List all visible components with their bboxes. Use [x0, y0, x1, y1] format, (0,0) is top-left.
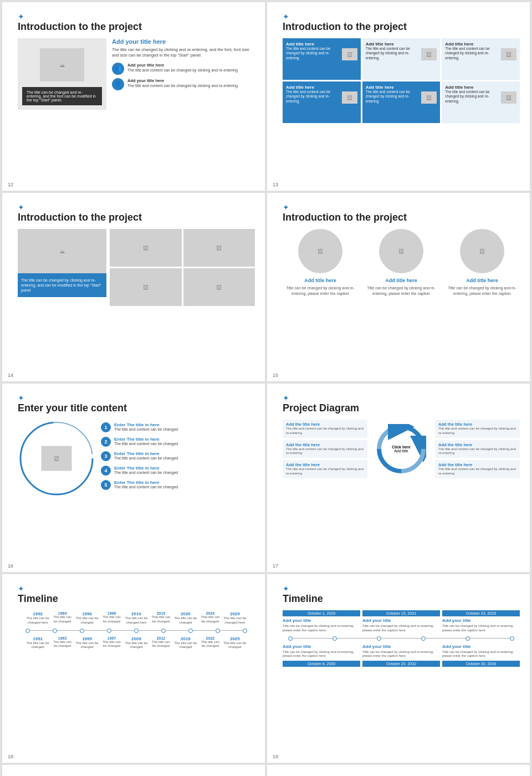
slide-19-top-text-1: Title can be changed by clicking and re-… — [283, 624, 360, 633]
slide-12-logo: ✦ — [18, 12, 255, 21]
slide-12: ✦ Introduction to the project ⛰ The titl… — [2, 2, 265, 191]
slide-18-year-2019: 2019 — [171, 636, 200, 641]
slide-16-item-2-title: Enter The title in here — [114, 437, 178, 442]
slide-13-cell-5-img: 🖼 — [421, 91, 437, 104]
slide-13-cell-6-text: The title and content can be changed by … — [445, 90, 501, 104]
slide-18-year-2020: 2020 — [171, 611, 200, 616]
slide-13-cell-1-text: The title and content can be changed by … — [286, 47, 342, 60]
slide-17-left-3-text: The title and content can be changed by … — [286, 467, 364, 476]
slide-17-left-2: Add the title here The title and content… — [283, 440, 367, 458]
slide-19-bottom-date-3: October 30, 2034 — [442, 661, 520, 667]
slide-18-year-2024: 2024 — [200, 611, 221, 615]
slide-19-top-text-2: Title can be changed by clicking and re-… — [362, 624, 440, 633]
slide-19-bottom-text-3: Title can be changed by clicking and re-… — [442, 650, 520, 659]
slide-18-dot-7 — [188, 629, 193, 633]
slide-13-cell-3-text: The title and content can be changed by … — [445, 47, 501, 60]
slide-19-bottom-text-1: Title can be changed by clicking and re-… — [283, 650, 360, 659]
slide-13-cell-6: Add title here The title and content can… — [442, 81, 520, 123]
slide-18-year-2012: 2012 — [151, 636, 171, 640]
slide-17-right-3-title: Add the title here — [438, 462, 516, 467]
slide-16-item-3: 3 Enter The title in here The title and … — [101, 451, 255, 461]
slide-19: ✦ Timeline October 1, 2029 Add your titl… — [267, 574, 530, 763]
slide-17-right-3-text: The title and content can be changed by … — [438, 467, 516, 476]
slide-16-num-3: 3 — [101, 451, 111, 461]
slide-12-item-1: 👥 Add your title here The title and cont… — [112, 63, 255, 75]
slide-16-title: Enter your title content — [18, 402, 255, 414]
slide-18-text-1995: The title can be changed — [73, 641, 101, 650]
slide-18-text-1998: The title can be changed — [101, 615, 122, 624]
slide-16-num-2: 2 — [101, 437, 111, 447]
slide-19-top-card-1: October 1, 2029 Add your title Title can… — [283, 610, 360, 633]
slide-19-bottom-title-2: Add your title — [362, 644, 440, 649]
slide-13-cell-5: Add title here The title and content can… — [362, 81, 441, 123]
slide-14-img-1: 🖼 — [110, 229, 182, 267]
slide-18-dot-4 — [107, 629, 111, 633]
slide-15-item-3: 🖼 Add title here Title can be changed by… — [444, 229, 520, 297]
slide-18-year-2022: 2022 — [200, 636, 221, 640]
slide-16-num-1: 1 — [101, 422, 111, 432]
slide-21: ✦ Meet the team 👤 Your position Your Nam… — [267, 765, 530, 776]
slide-15-logo: ✦ — [283, 203, 520, 212]
slide-20: ✦ Meet the team Your position Your Name … — [2, 765, 265, 776]
slide-18-text-2019: The title can be changed — [171, 641, 200, 650]
slide-18-text-2009: The title can be changed — [122, 641, 151, 650]
slide-18-year-1998: 1998 — [101, 611, 122, 615]
slide-13-grid: Add title here The title and content can… — [283, 38, 520, 123]
slide-13-cell-4-title: Add title here — [286, 85, 342, 90]
slide-18-text-2029: The title can be changed here — [221, 616, 249, 625]
slide-15: ✦ Introduction to the project 🖼 Add titl… — [267, 193, 530, 381]
slide-16-item-4-text: The title and content can be changed — [114, 471, 178, 474]
slide-19-dot-5 — [466, 636, 470, 641]
slide-17-title: Project Diagram — [283, 402, 520, 414]
slide-16-item-4-title: Enter The title in here — [114, 466, 178, 471]
slide-18-text-2024: That title can be changed — [200, 615, 221, 624]
slide-16-center-img: 🖼 — [42, 446, 72, 471]
slide-17-right-2: Add the title here The title and content… — [435, 440, 520, 458]
slide-18-text-2015: That title can be changed — [151, 615, 171, 624]
slide-19-dot-6 — [510, 636, 514, 641]
slide-14: ✦ Introduction to the project ⛰ The titl… — [2, 193, 265, 381]
slide-18-text-2022: The title can be changed — [200, 640, 221, 649]
slide-14-logo: ✦ — [18, 203, 255, 212]
slide-18-text-1993: The title can be changed — [52, 640, 73, 649]
slide-19-top-title-1: Add your title — [283, 618, 360, 623]
slide-15-title: Introduction to the project — [283, 212, 520, 223]
slide-18-text-1996: The title can be changed — [73, 616, 101, 625]
slide-13-cell-4: Add title here The title and content can… — [283, 81, 361, 123]
slide-16-item-5: 5 Enter The title in here The title and … — [101, 480, 255, 490]
slide-18-dot-8 — [216, 629, 220, 633]
slide-17-left-2-text: The title and content can be changed by … — [286, 447, 364, 456]
slide-19-top-title-3: Add your title — [442, 618, 520, 623]
slide-16-item-2-text: The title and content can be changed — [114, 442, 178, 446]
slide-19-bottom-text-2: Title can be changed by clicking and re-… — [362, 650, 440, 659]
slide-18-text-1997: The title can be changed — [101, 640, 122, 649]
slide-12-item-2-title: Add your title here — [127, 78, 238, 84]
slide-16: ✦ Enter your title content 🖼 1 Enter The… — [2, 384, 265, 572]
slide-19-title: Timeline — [283, 593, 520, 605]
slide-15-circle-2: 🖼 — [379, 229, 423, 273]
slide-18-text-1992: The title can be changed here — [23, 616, 52, 625]
slide-18-text-2010: The title can be changed here — [122, 616, 151, 625]
slide-13-cell-5-title: Add title here — [366, 85, 422, 90]
slide-19-top-text-3: Title can be changed by clicking and re-… — [442, 624, 520, 633]
slide-15-item-1-title: Add title here — [283, 278, 358, 283]
slide-18-logo: ✦ — [18, 584, 255, 593]
slide-19-bottom-title-3: Add your title — [442, 644, 520, 649]
slide-14-big-img: ⛰ — [18, 229, 106, 273]
slide-16-number: 16 — [8, 563, 13, 569]
slide-13-cell-1-title: Add title here — [286, 42, 342, 47]
slide-18-dot-6 — [161, 629, 166, 633]
slide-13-logo: ✦ — [283, 12, 520, 21]
slide-15-item-1-text: Title can be changed by clicking and re-… — [283, 285, 358, 297]
slide-16-item-5-text: The title and content can be changed — [114, 485, 178, 489]
person-icon-2: 👤 — [115, 81, 121, 87]
slide-15-item-1: 🖼 Add title here Title can be changed by… — [283, 229, 358, 297]
slide-14-caption: The title can be changed by clicking and… — [18, 273, 106, 297]
slide-13-cell-1: Add title here The title and content can… — [283, 38, 361, 80]
slide-15-item-2: 🖼 Add title here Title can be changed by… — [364, 229, 439, 297]
mountain-icon: ⛰ — [59, 62, 65, 68]
slide-16-item-2: 2 Enter The title in here The title and … — [101, 437, 255, 447]
slide-13-cell-1-img: 🖼 — [342, 48, 357, 60]
slide-17-right-2-text: The title and content can be changed by … — [438, 447, 516, 456]
slide-15-circle-1: 🖼 — [298, 229, 342, 273]
